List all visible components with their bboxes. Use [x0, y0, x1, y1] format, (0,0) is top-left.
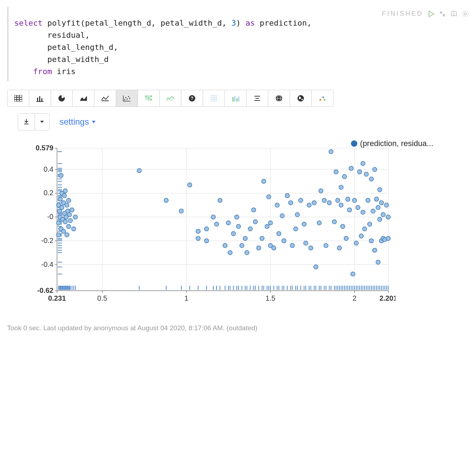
svg-text:0.231: 0.231	[48, 294, 66, 302]
run-icon[interactable]	[428, 10, 435, 17]
svg-point-285	[226, 221, 231, 225]
svg-point-320	[317, 221, 321, 225]
svg-rect-25	[145, 99, 147, 100]
svg-point-350	[369, 177, 373, 181]
svg-point-293	[248, 227, 252, 231]
svg-point-338	[351, 272, 355, 276]
svg-rect-27	[150, 99, 152, 100]
svg-text:-0.4: -0.4	[41, 260, 53, 268]
svg-point-358	[378, 217, 382, 222]
collapse-icon[interactable]	[439, 10, 446, 17]
svg-point-312	[295, 213, 300, 217]
svg-rect-38	[238, 97, 239, 102]
svg-point-322	[322, 198, 326, 203]
svg-point-295	[253, 220, 258, 224]
svg-text:-0: -0	[47, 213, 53, 221]
kw-select: select	[14, 19, 42, 27]
svg-point-307	[282, 239, 286, 243]
download-dropdown[interactable]	[35, 114, 49, 130]
kw-from: from	[33, 67, 52, 76]
svg-point-278	[196, 237, 200, 241]
legend-label: (prediction, residua...	[360, 139, 433, 148]
svg-point-347	[364, 172, 368, 177]
pie-chart-button[interactable]	[51, 90, 73, 107]
svg-point-317	[309, 246, 313, 250]
scatter-plot[interactable]: -0.62-0.4-0.2-00.20.40.5790.2310.511.522…	[21, 141, 395, 309]
svg-point-298	[262, 180, 266, 184]
help-button[interactable]: ?	[181, 90, 203, 107]
cell-footer: Took 0 sec. Last updated by anonymous at…	[7, 324, 469, 332]
svg-point-282	[214, 222, 219, 227]
svg-point-325	[329, 150, 333, 154]
svg-point-267	[67, 198, 71, 203]
area-chart-button[interactable]	[73, 90, 94, 107]
svg-point-15	[125, 97, 126, 98]
bar-chart-button[interactable]	[29, 90, 51, 107]
svg-point-290	[240, 244, 244, 248]
trend-chart-button[interactable]	[160, 90, 181, 107]
settings-link[interactable]: settings	[59, 117, 96, 127]
svg-point-46	[301, 99, 303, 100]
svg-point-316	[307, 203, 311, 207]
svg-point-287	[231, 232, 236, 236]
globe2-button[interactable]	[290, 90, 312, 107]
svg-rect-2	[14, 95, 22, 102]
svg-point-280	[205, 239, 209, 243]
svg-point-289	[236, 224, 240, 229]
svg-text:0.4: 0.4	[43, 165, 53, 173]
svg-point-352	[371, 209, 375, 213]
svg-point-343	[359, 234, 363, 238]
svg-point-330	[339, 203, 343, 207]
cluster-button[interactable]	[312, 90, 333, 107]
svg-rect-30	[211, 95, 217, 101]
gear-icon[interactable]	[462, 10, 469, 17]
svg-marker-52	[92, 121, 95, 123]
svg-rect-7	[37, 98, 38, 101]
svg-point-294	[252, 208, 256, 212]
svg-point-281	[211, 215, 216, 219]
svg-point-329	[337, 246, 342, 250]
kw-as: as	[245, 19, 255, 27]
svg-point-305	[277, 232, 281, 236]
svg-point-250	[58, 197, 62, 202]
svg-rect-9	[41, 98, 42, 101]
svg-point-284	[223, 244, 227, 248]
line-chart-button[interactable]	[94, 90, 116, 107]
svg-point-366	[386, 237, 390, 241]
svg-point-263	[65, 203, 69, 207]
svg-point-365	[384, 203, 389, 207]
download-button[interactable]	[18, 114, 35, 130]
svg-rect-24	[150, 97, 152, 99]
grid-button[interactable]	[203, 90, 225, 107]
svg-point-328	[336, 198, 340, 203]
svg-point-324	[327, 201, 331, 205]
svg-point-311	[294, 227, 298, 231]
svg-point-315	[304, 241, 308, 245]
code-editor[interactable]: select polyfit(petal_length_d, petal_wid…	[9, 7, 469, 81]
legend-dot-icon	[351, 140, 357, 147]
svg-point-334	[344, 237, 348, 241]
cell-status: FINISHED	[382, 10, 423, 17]
svg-point-245	[56, 233, 61, 237]
svg-point-292	[245, 251, 249, 255]
svg-point-279	[205, 227, 209, 231]
table-view-button[interactable]	[7, 90, 29, 107]
svg-point-301	[268, 221, 273, 225]
align-button[interactable]	[247, 90, 268, 107]
svg-point-310	[290, 244, 294, 248]
book-icon[interactable]	[450, 10, 457, 17]
svg-text:2: 2	[353, 294, 357, 302]
svg-point-1	[464, 13, 466, 15]
svg-point-18	[129, 98, 130, 99]
heatmap-button[interactable]	[138, 90, 160, 107]
grouped-bar-button[interactable]	[225, 90, 247, 107]
svg-point-283	[218, 198, 222, 203]
svg-point-286	[228, 251, 232, 255]
svg-text:1.5: 1.5	[265, 294, 275, 302]
svg-point-323	[324, 244, 328, 248]
svg-point-254	[60, 206, 64, 210]
svg-point-361	[379, 201, 384, 205]
globe-button[interactable]	[268, 90, 290, 107]
svg-rect-26	[148, 99, 150, 100]
scatter-chart-button[interactable]	[116, 90, 138, 107]
